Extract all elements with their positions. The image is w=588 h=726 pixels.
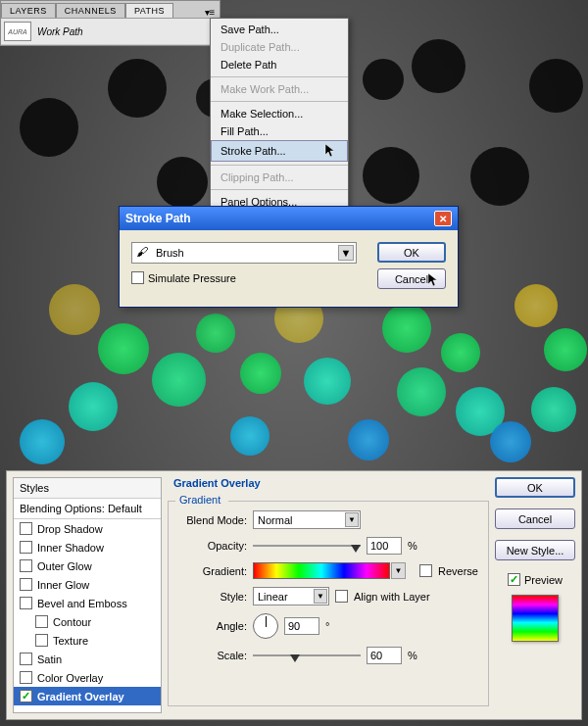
styles-option-list: Styles Blending Options: Default Drop Sh…	[13, 477, 162, 713]
ls-cancel-button[interactable]: Cancel	[495, 508, 575, 529]
menu-make-selection[interactable]: Make Selection...	[211, 105, 348, 122]
path-item-row[interactable]: AURA Work Path	[1, 19, 220, 45]
cursor-icon	[324, 143, 338, 159]
angle-input[interactable]: 90	[284, 617, 319, 635]
gradient-style-dropdown[interactable]: Linear ▼	[253, 587, 329, 605]
align-label: Align with Layer	[354, 591, 430, 603]
percent-label: %	[408, 540, 417, 552]
style-contour[interactable]: Contour	[14, 612, 161, 631]
cancel-button[interactable]: Cancel	[377, 268, 446, 289]
chevron-down-icon[interactable]: ▼	[391, 562, 406, 579]
chevron-down-icon: ▼	[345, 512, 359, 527]
cursor-icon	[427, 272, 441, 288]
opacity-slider[interactable]	[253, 540, 361, 552]
style-color-overlay[interactable]: Color Overlay	[14, 668, 161, 687]
chevron-down-icon: ▼	[314, 589, 327, 604]
new-style-button[interactable]: New Style...	[495, 540, 575, 560]
align-with-layer-checkbox[interactable]	[335, 590, 348, 603]
blend-mode-label: Blend Mode:	[176, 514, 247, 526]
scale-input[interactable]: 60	[367, 647, 402, 664]
menu-make-work-path: Make Work Path...	[211, 80, 348, 98]
gradient-overlay-settings: Gradient Overlay Gradient Blend Mode: No…	[168, 477, 489, 713]
style-bevel-emboss[interactable]: Bevel and Emboss	[14, 594, 161, 612]
path-name: Work Path	[37, 26, 83, 37]
ok-button[interactable]: OK	[377, 242, 446, 263]
style-texture[interactable]: Texture	[14, 631, 161, 650]
preview-label: Preview	[524, 574, 563, 586]
scale-label: Scale:	[176, 650, 247, 661]
opacity-label: Opacity:	[176, 540, 247, 552]
paths-panel: LAYERS CHANNELS PATHS ▾≡ AURA Work Path	[0, 0, 220, 46]
menu-duplicate-path: Duplicate Path...	[211, 38, 348, 56]
brush-icon: 🖌	[136, 245, 152, 261]
layer-style-dialog: Styles Blending Options: Default Drop Sh…	[6, 470, 582, 720]
percent-label: %	[408, 650, 417, 661]
menu-save-path[interactable]: Save Path...	[211, 21, 348, 38]
tab-paths[interactable]: PATHS	[125, 3, 173, 18]
gradient-label: Gradient:	[176, 565, 247, 577]
cancel-label: Cancel	[395, 273, 428, 285]
style-inner-shadow[interactable]: Inner Shadow	[14, 538, 161, 557]
simulate-pressure-label: Simulate Pressure	[148, 272, 236, 284]
style-outer-glow[interactable]: Outer Glow	[14, 557, 161, 575]
panel-menu-icon[interactable]: ▾≡	[200, 7, 220, 18]
section-title: Gradient Overlay	[173, 477, 261, 489]
blend-mode-dropdown[interactable]: Normal ▼	[253, 510, 361, 529]
scale-slider[interactable]	[253, 650, 361, 661]
reverse-label: Reverse	[438, 565, 478, 577]
menu-delete-path[interactable]: Delete Path	[211, 56, 348, 73]
opacity-input[interactable]: 100	[367, 537, 402, 555]
angle-wheel[interactable]	[253, 613, 278, 639]
ls-ok-button[interactable]: OK	[495, 477, 575, 498]
tab-layers[interactable]: LAYERS	[1, 3, 56, 18]
degree-label: °	[325, 620, 329, 632]
angle-label: Angle:	[176, 620, 247, 632]
menu-stroke-path-label: Stroke Path...	[220, 145, 286, 157]
menu-stroke-path[interactable]: Stroke Path...	[211, 140, 348, 162]
tool-dropdown[interactable]: 🖌 Brush ▼	[131, 242, 357, 264]
tab-channels[interactable]: CHANNELS	[56, 3, 125, 18]
menu-clipping-path: Clipping Path...	[211, 169, 348, 186]
menu-fill-path[interactable]: Fill Path...	[211, 122, 348, 140]
style-satin[interactable]: Satin	[14, 650, 161, 668]
simulate-pressure-checkbox[interactable]	[131, 271, 144, 284]
close-icon[interactable]: ✕	[434, 211, 452, 226]
stroke-path-dialog: Stroke Path ✕ 🖌 Brush ▼ Simulate Pressur…	[119, 206, 459, 308]
preview-checkbox[interactable]	[508, 573, 520, 586]
layer-style-buttons: OK Cancel New Style... Preview	[495, 477, 575, 713]
style-label: Style:	[176, 591, 247, 603]
style-inner-glow[interactable]: Inner Glow	[14, 575, 161, 594]
tool-dropdown-value: Brush	[156, 247, 184, 259]
styles-header[interactable]: Styles	[14, 478, 161, 499]
blending-options-header[interactable]: Blending Options: Default	[14, 499, 161, 519]
reverse-checkbox[interactable]	[419, 564, 432, 577]
stroke-dialog-title: Stroke Path	[125, 212, 191, 225]
style-drop-shadow[interactable]: Drop Shadow	[14, 519, 161, 538]
gradient-picker[interactable]: ▼	[253, 562, 390, 579]
path-thumbnail: AURA	[4, 22, 31, 41]
style-gradient-overlay[interactable]: Gradient Overlay	[14, 687, 161, 705]
preview-swatch	[512, 595, 559, 642]
chevron-down-icon: ▼	[338, 245, 354, 261]
